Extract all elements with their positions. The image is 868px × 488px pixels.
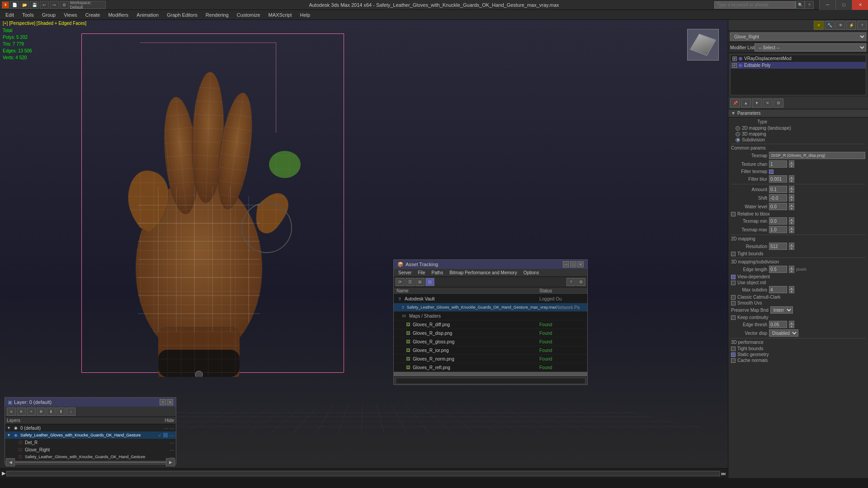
menu-views[interactable]: Views: [60, 10, 80, 19]
radio-btn-3d[interactable]: [736, 132, 740, 136]
nav-cube[interactable]: [687, 29, 719, 61]
layer-scroll-track[interactable]: [15, 461, 166, 463]
texmap-min-input[interactable]: [769, 217, 787, 225]
layer-item-0[interactable]: ▼ ◉ 0 (default) — —: [5, 424, 176, 432]
panel-move-up-btn[interactable]: ▲: [741, 99, 751, 108]
layer-tool-add[interactable]: +: [27, 408, 36, 416]
new-btn[interactable]: 📄: [10, 1, 19, 9]
minimize-btn[interactable]: ─: [819, 0, 835, 10]
menu-customize[interactable]: Customize: [233, 10, 264, 19]
tight-bounds-perf-cb[interactable]: [731, 347, 736, 351]
menu-graph-editors[interactable]: Graph Editors: [163, 10, 201, 19]
asset-row-ior[interactable]: 🖼 Gloves_R_ior.png Found: [394, 346, 587, 355]
amount-up[interactable]: ▲: [789, 186, 794, 189]
radio-3d[interactable]: 3D mapping: [736, 131, 865, 136]
menu-tools[interactable]: Tools: [19, 10, 38, 19]
shift-down[interactable]: ▼: [789, 198, 794, 202]
rp-icon-5[interactable]: ?: [857, 21, 867, 30]
water-level-input[interactable]: [769, 203, 787, 210]
max-subdivs-input[interactable]: [769, 286, 787, 293]
water-level-up[interactable]: ▲: [789, 203, 794, 206]
panel-pin-btn[interactable]: 📌: [730, 99, 740, 108]
texmap-btn[interactable]: DISP_R (Gloves_R_disp.png): [769, 152, 865, 159]
layer-scroll-right[interactable]: ▶: [166, 458, 175, 466]
layer-item-safety[interactable]: ⬡ Safety_Leather_Gloves_with_Knucke_Guar…: [5, 453, 176, 460]
close-btn[interactable]: ✕: [852, 0, 868, 10]
amount-down[interactable]: ▼: [789, 189, 794, 193]
asset-row-maps[interactable]: 🗁 Maps / Shaders: [394, 312, 587, 320]
filter-blur-up[interactable]: ▲: [789, 175, 794, 179]
modifier-checkbox-vray[interactable]: ✓: [732, 56, 737, 61]
modifier-item-vray[interactable]: ✓ VRayDisplacementMod: [731, 55, 866, 62]
resolution-up[interactable]: ▲: [789, 243, 794, 246]
rp-icon-4[interactable]: ⚡: [846, 21, 856, 30]
edge-thresh-down[interactable]: ▼: [789, 324, 794, 328]
undo-btn[interactable]: ↩: [40, 1, 49, 9]
asset-menu-options[interactable]: Options: [521, 270, 542, 276]
menu-group[interactable]: Group: [38, 10, 60, 19]
panel-delete-btn[interactable]: ✕: [763, 99, 773, 108]
workspace-dropdown[interactable]: Workspace: Default: [70, 1, 106, 9]
asset-tool-1[interactable]: ⟳: [396, 278, 405, 286]
asset-menu-paths[interactable]: Paths: [429, 270, 446, 276]
time-end-btn[interactable]: ⏭: [721, 471, 726, 476]
texmap-max-input[interactable]: [769, 226, 787, 233]
tight-bounds-cb[interactable]: [731, 252, 736, 256]
edge-length-down[interactable]: ▼: [789, 269, 794, 273]
texture-chan-up[interactable]: ▲: [789, 160, 794, 164]
radio-subdiv[interactable]: Subdivision: [736, 137, 865, 142]
time-play-btn[interactable]: ▶: [2, 470, 5, 476]
modifier-checkbox-editpoly[interactable]: ✓: [732, 63, 737, 68]
texmap-min-up[interactable]: ▲: [789, 217, 794, 221]
open-btn[interactable]: 📂: [20, 1, 29, 9]
cache-normals-cb[interactable]: [731, 358, 736, 363]
layer-panel-close-btn[interactable]: ✕: [167, 399, 173, 405]
render-settings-btn[interactable]: ⚙: [60, 1, 69, 9]
texture-chan-down[interactable]: ▼: [789, 164, 794, 168]
asset-menu-server[interactable]: Server: [396, 270, 414, 276]
classic-catmull-cb[interactable]: [731, 295, 736, 300]
asset-menu-file[interactable]: File: [415, 270, 428, 276]
edge-length-up[interactable]: ▲: [789, 266, 794, 269]
menu-animation[interactable]: Animation: [133, 10, 162, 19]
object-name-dropdown[interactable]: Glove_Right: [730, 33, 866, 41]
vector-disp-dropdown[interactable]: Disabled: [769, 329, 798, 337]
texture-chan-input[interactable]: [769, 160, 787, 168]
filter-texmap-cb[interactable]: [769, 169, 774, 174]
section-parameters[interactable]: ▼ Parameters: [728, 109, 868, 117]
asset-row-disp[interactable]: 🖼 Gloves_R_disp.png Found: [394, 329, 587, 338]
help-btn[interactable]: ?: [805, 1, 814, 9]
asset-menu-bitmap[interactable]: Bitmap Performance and Memory: [447, 270, 520, 276]
radio-btn-subdiv[interactable]: [736, 138, 740, 142]
asset-row-diff[interactable]: 🖼 Gloves_R_diff.png Found: [394, 320, 587, 329]
asset-panel-header[interactable]: 📦 Asset Tracking ─ □ ✕: [394, 260, 587, 269]
asset-row-vault[interactable]: 3 Autodesk Vault Logged Ou: [394, 295, 587, 303]
layer-tool-merge[interactable]: ⬇: [47, 408, 56, 416]
layer-scrollbar[interactable]: ◀ ▶: [5, 460, 176, 464]
water-level-down[interactable]: ▼: [789, 206, 794, 210]
edge-thresh-up[interactable]: ▲: [789, 321, 794, 324]
layer-tool-freeze[interactable]: ❄: [37, 408, 46, 416]
asset-row-maxfile[interactable]: 3 Safety_Leather_Gloves_with_Knuckle_Gua…: [394, 303, 587, 312]
asset-row-refl[interactable]: 🖼 Gloves_R_refl.png Found: [394, 363, 587, 372]
preserve-map-bnd-dropdown[interactable]: Interr: [770, 306, 793, 314]
edge-thresh-input[interactable]: [769, 321, 787, 328]
asset-tool-2[interactable]: ☰: [406, 278, 415, 286]
rp-icon-3[interactable]: 👁: [835, 21, 845, 30]
layer-tool-x[interactable]: ✕: [17, 408, 26, 416]
resolution-input[interactable]: [769, 243, 787, 250]
radio-2d[interactable]: 2D mapping (landscape): [736, 126, 865, 131]
asset-row-norm[interactable]: 🖼 Gloves_R_norm.png Found: [394, 355, 587, 363]
radio-btn-2d[interactable]: [736, 126, 740, 131]
rp-icon-2[interactable]: 🔧: [825, 21, 835, 30]
modifier-item-editpoly[interactable]: ✓ Editable Poly: [731, 62, 866, 69]
panel-move-down-btn[interactable]: ▼: [752, 99, 762, 108]
max-subdivs-up[interactable]: ▲: [789, 286, 794, 290]
layer-item-1[interactable]: ▼ ◉ Safety_Leather_Gloves_with_Knucke_Gu…: [5, 432, 176, 439]
asset-maximize-btn[interactable]: □: [570, 261, 576, 267]
smooth-uv-cb[interactable]: [731, 301, 736, 305]
edge-length-input[interactable]: [769, 266, 787, 273]
texmap-max-down[interactable]: ▼: [789, 230, 794, 233]
redo-btn[interactable]: ↪: [50, 1, 59, 9]
amount-input[interactable]: [769, 186, 787, 193]
